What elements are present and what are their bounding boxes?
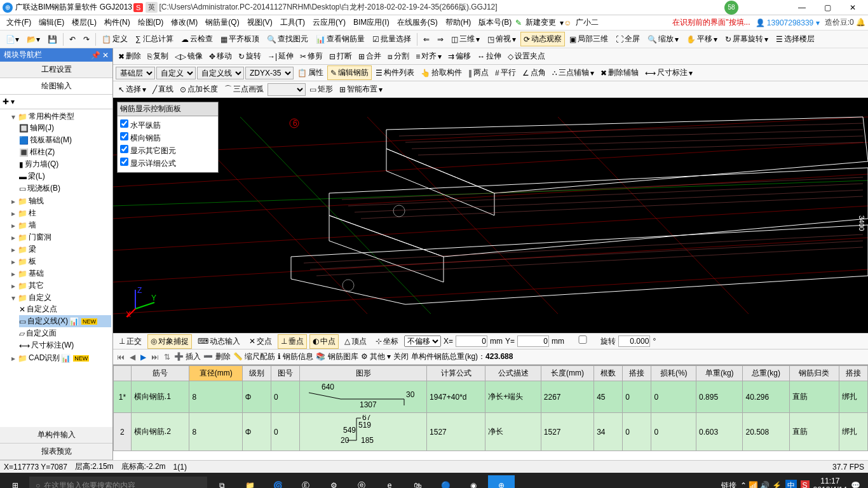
line-tool[interactable]: ╱ 直线 [150, 83, 176, 96]
tree-axis[interactable]: ▸📁轴线 [10, 195, 111, 207]
new-button[interactable]: 📄▾ [3, 33, 22, 46]
delete-tool[interactable]: ✖ 删除 [116, 50, 144, 63]
tree-dim-note[interactable]: ⟷ 尺寸标注(W) [19, 339, 111, 351]
taskbar-app-10[interactable]: ⊕ [488, 475, 515, 488]
chk-transverse[interactable]: 横向钢筋 [120, 132, 215, 144]
open-button[interactable]: 📂▾ [24, 33, 43, 46]
extend-tool[interactable]: →| 延伸 [265, 50, 296, 63]
arc3-tool[interactable]: ⌒ 三点画弧 [222, 83, 266, 96]
dyn-input-toggle[interactable]: ⌨ 动态输入 [194, 334, 243, 349]
tab-report-preview[interactable]: 报表预览 [0, 444, 112, 460]
osnap-toggle[interactable]: ◎ 对象捕捉 [147, 334, 192, 349]
system-tray[interactable]: 链接 ⌃ 📶 🔊 ⚡ 中 S 11:172018/4/14 💬 [716, 477, 865, 488]
menu-draw[interactable]: 绘图(D) [134, 17, 168, 28]
grid-row-2[interactable]: 2横向钢筋.2 8Φ 0 6751954920185 1527净长 152734… [114, 413, 868, 451]
tree-root[interactable]: 常用构件类型 [29, 111, 74, 122]
taskbar-clock[interactable]: 11:172018/4/14 [813, 477, 847, 488]
tree-raft[interactable]: 🟦 筏板基础(M) [19, 134, 111, 146]
move-tool[interactable]: ✥ 移动 [207, 50, 234, 63]
user-id[interactable]: 👤 13907298339 ▾ [756, 18, 820, 27]
nav-next[interactable]: ⇒ [434, 33, 447, 46]
point-angle-button[interactable]: ∠ 点角 [520, 66, 548, 79]
menu-bim[interactable]: BIM应用(I) [349, 17, 393, 28]
grid-row-1[interactable]: 1*横向钢筋.1 8Φ 0 640130730 1947+40*d净长+端头 2… [114, 381, 868, 413]
other-menu[interactable]: ⚙ 其他 ▾ [361, 351, 391, 362]
delete-row[interactable]: ➖ 删除 [203, 351, 230, 362]
tree-other[interactable]: ▸📁其它 [10, 280, 111, 292]
snap-cross[interactable]: ✕ 交点 [246, 334, 275, 349]
taskbar-app-9[interactable]: ◉ [460, 475, 487, 488]
merge-tool[interactable]: ⊞ 合并 [356, 50, 384, 63]
tree-column[interactable]: 🔳 框柱(Z) [19, 146, 111, 158]
nav-first[interactable]: ⏮ [116, 353, 126, 362]
tree-liang[interactable]: ▸📁梁 [10, 243, 111, 255]
tree-beam[interactable]: ▬ 梁(L) [19, 170, 111, 182]
taskbar-app-7[interactable]: 🛍 [404, 475, 431, 488]
pick-component-button[interactable]: 👆 拾取构件 [418, 66, 465, 79]
category-select[interactable]: 自定义 [156, 67, 196, 79]
rotate-input[interactable] [618, 336, 650, 347]
undo-button[interactable]: ↶ [66, 33, 79, 46]
sidebar-mini-toolbar[interactable]: ✚ ▾ [0, 95, 112, 109]
tree-custom[interactable]: 自定义 [29, 292, 51, 303]
ime-badge-lang[interactable]: 英 [146, 2, 158, 13]
setpoint-tool[interactable]: ◇ 设置夹点 [505, 50, 548, 63]
3d-button[interactable]: ◫ 三维 ▾ [448, 32, 483, 46]
three-aux-button[interactable]: ∴ 三点辅轴 ▾ [550, 66, 597, 79]
sum-calc-button[interactable]: ∑ 汇总计算 [132, 32, 177, 46]
snap-coord[interactable]: ⊹ 坐标 [372, 334, 402, 349]
menu-help[interactable]: 帮助(H) [442, 17, 475, 28]
close-table[interactable]: 关闭 [393, 351, 409, 362]
close-button[interactable]: ✕ [840, 3, 865, 12]
top-view-button[interactable]: ◳ 俯视 ▾ [484, 32, 519, 46]
offset-tool[interactable]: ⇉ 偏移 [445, 50, 473, 63]
menu-new-change[interactable]: 新建变更 [522, 17, 560, 28]
view-rebar-button[interactable]: 📊 查看钢筋量 [313, 32, 368, 46]
pin-icon[interactable]: 📌 ✕ [91, 51, 109, 60]
nav-prev[interactable]: ⇐ [420, 33, 433, 46]
tab-draw-input[interactable]: 绘图输入 [0, 78, 112, 95]
dim-button[interactable]: ⟷ 尺寸标注 ▾ [642, 66, 695, 79]
nav-prev[interactable]: ◀ [128, 353, 137, 362]
fullscreen-button[interactable]: ⛶ 全屏 [613, 32, 643, 46]
chk-other-entities[interactable]: 显示其它图元 [120, 144, 215, 157]
task-view-button[interactable]: ⧉ [208, 475, 235, 488]
snap-perp[interactable]: ⊥ 垂点 [278, 334, 307, 349]
component-list-button[interactable]: ☰ 构件列表 [373, 66, 417, 79]
tree-foundation[interactable]: ▸📁基础 [10, 268, 111, 280]
menu-component[interactable]: 构件(N) [100, 17, 134, 28]
chk-horizontal[interactable]: 水平纵筋 [120, 119, 215, 132]
mirror-tool[interactable]: ◁▷ 镜像 [172, 50, 205, 63]
local-3d-button[interactable]: ▣ 局部三维 [566, 32, 611, 46]
menu-assistant[interactable]: 广小二 [572, 17, 602, 28]
rebar-info[interactable]: ℹ 钢筋信息 [278, 351, 313, 362]
menu-modify[interactable]: 修改(M) [167, 17, 201, 28]
tree-custom-line[interactable]: ▭ 自定义线(X)📊NEW [19, 315, 111, 327]
tab-project-settings[interactable]: 工程设置 [0, 62, 112, 78]
tree-opening[interactable]: ▸📁门窗洞 [10, 231, 111, 243]
tree-ban[interactable]: ▸📁板 [10, 255, 111, 268]
menu-tools[interactable]: 工具(T) [276, 17, 309, 28]
rebar-display-panel[interactable]: 钢筋显示控制面板 水平纵筋 横向钢筋 显示其它图元 显示详细公式 [117, 102, 219, 173]
edit-rebar-button[interactable]: ✎ 编辑钢筋 [327, 65, 372, 80]
find-entity-button[interactable]: 🔍 查找图元 [264, 32, 311, 46]
action-center-icon[interactable]: 💬 [851, 481, 860, 488]
tree-cad[interactable]: ▸📁CAD识别 📊NEW [10, 352, 111, 364]
menu-file[interactable]: 文件(F) [3, 17, 35, 28]
ortho-toggle[interactable]: ⊥ 正交 [116, 334, 145, 349]
screen-rotate-button[interactable]: ↻ 屏幕旋转 ▾ [722, 32, 771, 46]
ime-badge-sogou[interactable]: S [133, 3, 143, 12]
floor-select[interactable]: 基础层 [116, 67, 155, 79]
define-button[interactable]: 📋 定义 [98, 32, 131, 46]
redo-button[interactable]: ↷ [80, 33, 93, 46]
chk-detail-formula[interactable]: 显示详细公式 [120, 157, 215, 170]
draw-mode-select[interactable] [268, 83, 306, 96]
pan-button[interactable]: ✋ 平移 ▾ [683, 32, 721, 46]
save-button[interactable]: 💾 [44, 33, 60, 46]
stretch-tool[interactable]: ↔ 拉伸 [475, 50, 504, 63]
nav-play[interactable]: ▶ [139, 353, 147, 362]
taskbar-app-8[interactable]: 🔵 [432, 475, 459, 488]
tree-shear-wall[interactable]: ▮ 剪力墙(Q) [19, 158, 111, 170]
trim-tool[interactable]: ✂ 修剪 [297, 50, 325, 63]
snap-mid[interactable]: ◐ 中点 [309, 334, 339, 349]
